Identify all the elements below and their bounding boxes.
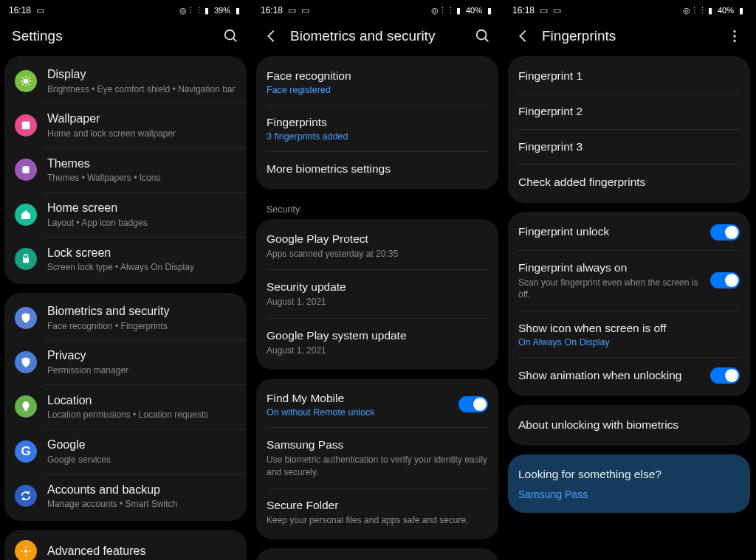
- card-advanced: Advanced features: [4, 530, 247, 560]
- search-icon[interactable]: [475, 28, 491, 44]
- back-icon[interactable]: [515, 28, 532, 44]
- row-title: Fingerprint 2: [518, 104, 583, 120]
- wifi-icon: ⋮⋮: [442, 6, 451, 15]
- row-fingerprint-3[interactable]: Fingerprint 3: [508, 130, 750, 165]
- row-samsung-pass[interactable]: Samsung Pass Use biometric authenticatio…: [256, 428, 498, 488]
- sync-icon: [15, 485, 37, 507]
- row-title: Secure Folder: [267, 498, 488, 514]
- row-looking-else: Looking for something else? Samsung Pass: [508, 457, 750, 510]
- status-battery: 39%: [214, 6, 230, 15]
- row-title: Google Play system update: [267, 328, 488, 344]
- toggle-find-my-mobile[interactable]: [458, 396, 488, 412]
- row-title: Location: [47, 393, 236, 409]
- row-sub: On Always On Display: [518, 337, 740, 348]
- row-secure-folder[interactable]: Secure Folder Keep your personal files a…: [256, 488, 498, 536]
- page-title: Settings: [12, 28, 213, 44]
- signal-icon: ▮: [202, 6, 211, 15]
- search-icon[interactable]: [223, 28, 239, 44]
- row-location[interactable]: Location Location permissions • Location…: [4, 385, 247, 429]
- settings-screen: 16:18 ▭ ◎ ⋮⋮ ▮ 39% ▮ Settings Display Br…: [0, 0, 252, 560]
- notification-icon: ▭: [300, 6, 309, 15]
- toggle-show-animation[interactable]: [710, 367, 740, 384]
- notification-icon: ▭: [539, 6, 548, 15]
- toggle-fingerprint-always-on[interactable]: [710, 272, 740, 288]
- toggle-fingerprint-unlock[interactable]: [710, 224, 740, 241]
- row-find-my-mobile[interactable]: Find My Mobile On without Remote unlock: [256, 381, 498, 427]
- home-icon: [15, 204, 37, 226]
- svg-rect-5: [23, 258, 29, 263]
- wifi-icon: ⋮⋮: [694, 6, 703, 15]
- row-homescreen[interactable]: Home screen Layout • App icon badges: [4, 193, 247, 236]
- row-title: Fingerprint unlock: [518, 224, 700, 240]
- biometrics-screen: 16:18 ▭ ▭ ◎ ⋮⋮ ▮ 40% ▮ Biometrics and se…: [252, 0, 504, 560]
- row-display[interactable]: Display Brightness • Eye comfort shield …: [4, 59, 247, 103]
- row-more-biometrics[interactable]: More biometrics settings: [256, 152, 498, 187]
- row-show-animation[interactable]: Show animation when unlocking: [508, 358, 750, 393]
- page-title: Biometrics and security: [290, 28, 464, 44]
- row-about-biometrics[interactable]: About unlocking with biometrics: [508, 408, 750, 443]
- card-privateshare: Private Share: [256, 548, 498, 560]
- row-title: Face recognition: [267, 69, 488, 84]
- row-sub: Face recognition • Fingerprints: [47, 320, 236, 333]
- row-title: Advanced features: [47, 543, 236, 559]
- row-title: Google: [47, 437, 236, 453]
- notification-icon: ▭: [35, 6, 44, 15]
- row-fingerprint-2[interactable]: Fingerprint 2: [508, 94, 750, 129]
- row-show-icon[interactable]: Show icon when screen is off On Always O…: [508, 311, 750, 357]
- row-title: Fingerprint 3: [518, 139, 583, 155]
- row-themes[interactable]: Themes Themes • Wallpapers • Icons: [4, 148, 247, 192]
- notification-icon: ▭: [552, 6, 561, 15]
- row-accounts[interactable]: Accounts and backup Manage accounts • Sm…: [4, 474, 247, 518]
- row-title: Wallpaper: [47, 111, 236, 127]
- row-title: Display: [47, 66, 236, 83]
- row-title: Show icon when screen is off: [518, 321, 740, 336]
- row-title: Security update: [267, 280, 488, 295]
- row-fingerprint-unlock[interactable]: Fingerprint unlock: [508, 215, 750, 250]
- privacy-icon: [15, 351, 37, 373]
- row-sub: Permission manager: [47, 364, 236, 377]
- row-fingerprint-1[interactable]: Fingerprint 1: [508, 59, 750, 94]
- row-play-system-update[interactable]: Google Play system update August 1, 2021: [256, 319, 498, 367]
- shield-icon: [15, 307, 37, 329]
- row-privacy[interactable]: Privacy Permission manager: [4, 340, 247, 384]
- signal-icon: ▮: [454, 6, 463, 15]
- row-security-update[interactable]: Security update August 1, 2021: [256, 270, 498, 318]
- row-title: Check added fingerprints: [518, 175, 645, 190]
- row-play-protect[interactable]: Google Play Protect Apps scanned yesterd…: [256, 222, 498, 270]
- row-title: Lock screen: [47, 245, 236, 261]
- row-check-fingerprints[interactable]: Check added fingerprints: [508, 165, 750, 200]
- row-lockscreen[interactable]: Lock screen Screen lock type • Always On…: [4, 238, 247, 281]
- row-fingerprints[interactable]: Fingerprints 3 fingerprints added: [256, 106, 498, 151]
- row-fingerprint-always-on[interactable]: Fingerprint always on Scan your fingerpr…: [508, 251, 750, 311]
- row-google[interactable]: G Google Google services: [4, 429, 247, 473]
- fingerprints-screen: 16:18 ▭ ▭ ◎ ⋮⋮ ▮ 40% ▮ Fingerprints Fing…: [504, 0, 755, 560]
- row-sub: August 1, 2021: [267, 345, 488, 357]
- card-accounts: Biometrics and security Face recognition…: [4, 293, 247, 521]
- wifi-icon: ⋮⋮: [190, 6, 199, 15]
- row-sub: Brightness • Eye comfort shield • Naviga…: [47, 83, 236, 96]
- card-personalisation: Display Brightness • Eye comfort shield …: [4, 56, 247, 284]
- card-about: About unlocking with biometrics: [508, 405, 750, 446]
- row-sub: Layout • App icon badges: [47, 217, 236, 229]
- row-biometrics[interactable]: Biometrics and security Face recognition…: [4, 296, 247, 339]
- row-sub: Keep your personal files and apps safe a…: [267, 514, 488, 527]
- row-face-recognition[interactable]: Face recognition Face registered: [256, 59, 498, 105]
- card-fp-options: Fingerprint unlock Fingerprint always on…: [508, 212, 750, 396]
- row-sub: Google services: [47, 454, 236, 466]
- header: Settings: [0, 21, 251, 56]
- back-icon[interactable]: [264, 28, 280, 44]
- section-label-security: Security: [256, 198, 498, 219]
- row-wallpaper[interactable]: Wallpaper Home and lock screen wallpaper: [4, 103, 247, 147]
- card-security: Google Play Protect Apps scanned yesterd…: [256, 219, 498, 370]
- row-sub: Screen lock type • Always On Display: [47, 261, 236, 274]
- battery-icon: ▮: [485, 6, 494, 15]
- link-samsung-pass[interactable]: Samsung Pass: [518, 488, 588, 500]
- settings-list: Display Brightness • Eye comfort shield …: [0, 56, 251, 560]
- battery-icon: ▮: [233, 6, 242, 15]
- status-bar: 16:18 ▭ ◎ ⋮⋮ ▮ 39% ▮: [0, 0, 251, 21]
- notification-icon: ▭: [287, 6, 296, 15]
- wallpaper-icon: [15, 114, 37, 136]
- row-private-share[interactable]: Private Share: [256, 551, 498, 560]
- row-advanced[interactable]: Advanced features: [4, 533, 247, 560]
- more-icon[interactable]: [726, 28, 743, 44]
